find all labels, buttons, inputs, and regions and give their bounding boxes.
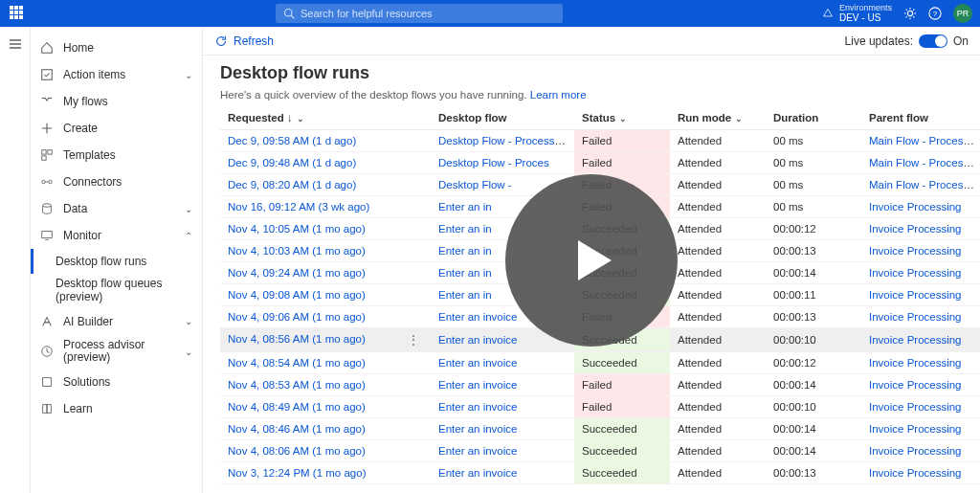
requested-link[interactable]: Nov 4, 08:53 AM (1 mo ago): [228, 379, 366, 391]
table-row[interactable]: Nov 3, 12:24 PM (1 mo ago)Enter an invoi…: [220, 462, 980, 484]
flow-link[interactable]: Enter an in: [438, 201, 492, 213]
waffle-icon[interactable]: [8, 4, 27, 23]
refresh-button[interactable]: Refresh: [214, 34, 274, 48]
parent-link[interactable]: Main Flow - Process AI Builder Docu...: [869, 179, 980, 190]
parent-link[interactable]: Invoice Processing: [869, 223, 962, 235]
table-row[interactable]: Nov 4, 10:05 AM (1 mo ago)Enter an inSuc…: [220, 218, 980, 240]
table-row[interactable]: Nov 4, 08:06 AM (1 mo ago)Enter an invoi…: [220, 440, 980, 462]
requested-link[interactable]: Nov 4, 08:56 AM (1 mo ago): [228, 333, 366, 345]
parent-link[interactable]: Invoice Processing: [869, 423, 962, 435]
requested-link[interactable]: Nov 3, 12:24 PM (1 mo ago): [228, 467, 366, 479]
requested-link[interactable]: Nov 4, 08:06 AM (1 mo ago): [228, 445, 366, 457]
parent-link[interactable]: Main Flow - Process AI Builder Docu...: [869, 157, 980, 168]
avatar[interactable]: PR: [953, 4, 972, 23]
requested-link[interactable]: Nov 4, 09:08 AM (1 mo ago): [228, 289, 366, 301]
requested-link[interactable]: Nov 4, 08:49 AM (1 mo ago): [228, 401, 366, 413]
parent-link[interactable]: Invoice Processing: [869, 445, 962, 457]
parent-link[interactable]: Invoice Processing: [869, 245, 962, 257]
more-icon[interactable]: ⋮: [404, 333, 423, 347]
gear-icon[interactable]: [903, 7, 917, 20]
flow-link[interactable]: Enter an in: [438, 245, 492, 257]
requested-link[interactable]: Nov 4, 08:54 AM (1 mo ago): [228, 357, 366, 369]
col-requested[interactable]: Requested ↓⌄: [220, 106, 431, 130]
cell-status: Succeeded: [574, 328, 670, 352]
requested-link[interactable]: Nov 4, 09:24 AM (1 mo ago): [228, 267, 366, 279]
flow-link[interactable]: Enter an in: [438, 289, 492, 301]
parent-link[interactable]: Invoice Processing: [869, 334, 962, 346]
table-row[interactable]: Nov 4, 08:46 AM (1 mo ago)Enter an invoi…: [220, 418, 980, 440]
parent-link[interactable]: Invoice Processing: [869, 311, 962, 323]
nav-templates[interactable]: Templates: [31, 142, 202, 168]
table-row[interactable]: Nov 4, 10:03 AM (1 mo ago)Enter an inSuc…: [220, 240, 980, 262]
table-row[interactable]: Nov 4, 08:53 AM (1 mo ago)Enter an invoi…: [220, 374, 980, 396]
templates-icon: [40, 148, 54, 162]
flow-link[interactable]: Enter an invoice: [438, 379, 517, 391]
parent-link[interactable]: Invoice Processing: [869, 289, 962, 301]
nav-desktop-flow-runs[interactable]: Desktop flow runs: [31, 249, 202, 274]
flow-link[interactable]: Enter an invoice: [438, 311, 517, 323]
requested-link[interactable]: Nov 4, 08:46 AM (1 mo ago): [228, 423, 366, 435]
nav-monitor[interactable]: Monitor ⌃: [31, 222, 202, 249]
col-status[interactable]: Status⌄: [574, 106, 670, 130]
flow-link[interactable]: Enter an in: [438, 267, 492, 279]
hamburger-icon[interactable]: [6, 34, 25, 54]
nav-data[interactable]: Data ⌄: [31, 195, 202, 222]
flow-link[interactable]: Enter an invoice: [438, 401, 517, 413]
requested-link[interactable]: Nov 4, 09:06 AM (1 mo ago): [228, 311, 366, 323]
requested-link[interactable]: Dec 9, 09:58 AM (1 d ago): [228, 135, 356, 146]
nav-my-flows[interactable]: My flows: [31, 88, 202, 115]
parent-link[interactable]: Invoice Processing: [869, 467, 962, 479]
nav-home[interactable]: Home: [31, 34, 202, 61]
search-input[interactable]: [301, 8, 555, 19]
flow-link[interactable]: Enter an in: [438, 223, 492, 235]
flow-link[interactable]: Desktop Flow - Process Vendor Invoices: [438, 135, 574, 146]
cell-requested: Dec 9, 08:20 AM (1 d ago): [220, 174, 431, 196]
requested-link[interactable]: Dec 9, 09:48 AM (1 d ago): [228, 157, 356, 168]
search-box[interactable]: [276, 4, 563, 23]
help-icon[interactable]: ?: [928, 7, 942, 20]
parent-link[interactable]: Invoice Processing: [869, 201, 962, 213]
parent-link[interactable]: Invoice Processing: [869, 357, 962, 369]
col-run-mode[interactable]: Run mode⌄: [670, 106, 766, 130]
flow-link[interactable]: Enter an invoice: [438, 334, 517, 346]
table-row[interactable]: Dec 9, 08:20 AM (1 d ago)Desktop Flow -F…: [220, 174, 980, 196]
flow-link[interactable]: Enter an invoice: [438, 357, 517, 369]
nav-solutions[interactable]: Solutions: [31, 369, 202, 395]
flow-link[interactable]: Enter an invoice: [438, 423, 517, 435]
table-row[interactable]: Nov 4, 09:06 AM (1 mo ago)Enter an invoi…: [220, 306, 980, 328]
parent-link[interactable]: Invoice Processing: [869, 401, 962, 413]
col-parent-flow[interactable]: Parent flow: [861, 106, 980, 130]
nav-ai-builder[interactable]: AI Builder ⌄: [31, 308, 202, 335]
requested-link[interactable]: Nov 4, 10:03 AM (1 mo ago): [228, 245, 366, 257]
table-row[interactable]: Nov 4, 09:08 AM (1 mo ago)Enter an inSuc…: [220, 284, 980, 306]
flow-link[interactable]: Desktop Flow - Proces: [438, 157, 549, 168]
nav-create[interactable]: Create: [31, 115, 202, 142]
nav-learn[interactable]: Learn: [31, 395, 202, 422]
table-row[interactable]: Nov 4, 09:24 AM (1 mo ago)Enter an inSuc…: [220, 262, 980, 284]
cell-flow: Enter an invoice: [431, 374, 574, 396]
parent-link[interactable]: Invoice Processing: [869, 379, 962, 391]
table-row[interactable]: Nov 4, 08:49 AM (1 mo ago)Enter an invoi…: [220, 396, 980, 418]
requested-link[interactable]: Dec 9, 08:20 AM (1 d ago): [228, 179, 356, 190]
parent-link[interactable]: Main Flow - Process AI Builder Docu...: [869, 135, 980, 146]
nav-desktop-flow-queues[interactable]: Desktop flow queues (preview): [31, 274, 202, 308]
col-duration[interactable]: Duration: [766, 106, 861, 130]
nav-process-advisor[interactable]: Process advisor (preview) ⌄: [31, 335, 202, 370]
learn-more-link[interactable]: Learn more: [530, 89, 587, 101]
table-row[interactable]: Dec 9, 09:48 AM (1 d ago)Desktop Flow - …: [220, 152, 980, 174]
col-desktop-flow[interactable]: Desktop flow: [431, 106, 574, 130]
flow-link[interactable]: Enter an invoice: [438, 445, 517, 457]
live-updates-toggle[interactable]: [919, 34, 947, 48]
nav-connectors[interactable]: Connectors: [31, 168, 202, 195]
environment-picker[interactable]: Environments DEV - US: [822, 4, 892, 24]
table-row[interactable]: Nov 16, 09:12 AM (3 wk ago)Enter an inFa…: [220, 196, 980, 218]
parent-link[interactable]: Invoice Processing: [869, 267, 962, 279]
flow-link[interactable]: Desktop Flow -: [438, 179, 512, 190]
requested-link[interactable]: Nov 4, 10:05 AM (1 mo ago): [228, 223, 366, 235]
flow-link[interactable]: Enter an invoice: [438, 467, 517, 479]
requested-link[interactable]: Nov 16, 09:12 AM (3 wk ago): [228, 201, 369, 213]
table-row[interactable]: Nov 4, 08:54 AM (1 mo ago)Enter an invoi…: [220, 352, 980, 374]
nav-action-items[interactable]: Action items ⌄: [31, 61, 202, 88]
table-row[interactable]: Dec 9, 09:58 AM (1 d ago)Desktop Flow - …: [220, 130, 980, 152]
table-row[interactable]: Nov 4, 08:56 AM (1 mo ago)⋮Enter an invo…: [220, 328, 980, 352]
